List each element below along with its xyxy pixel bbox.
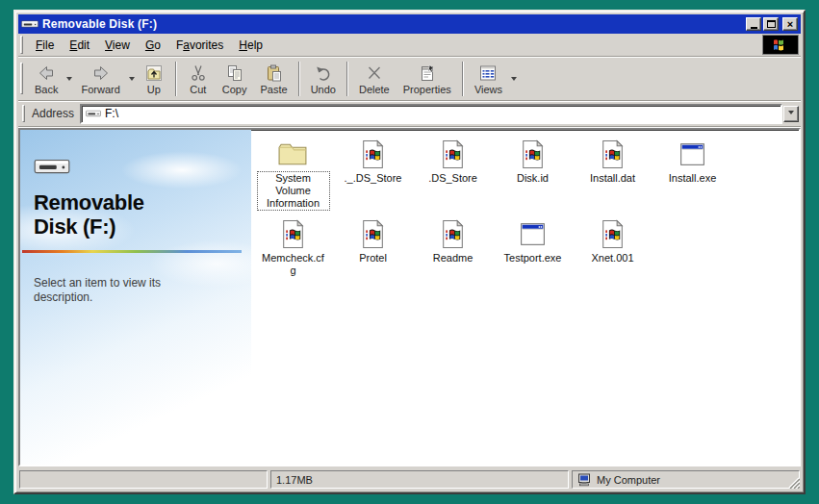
delete-x-icon — [365, 63, 384, 83]
back-history-dropdown[interactable] — [64, 60, 74, 98]
webview-info-panel: Removable Disk (F:) Select an item to vi… — [20, 130, 251, 465]
scissors-icon — [189, 63, 208, 83]
menu-go[interactable]: Go — [138, 37, 168, 54]
file-item[interactable]: Install.exe — [653, 139, 732, 210]
up-folder-icon — [144, 63, 164, 83]
views-dropdown[interactable] — [509, 60, 519, 98]
properties-button[interactable]: Properties — [397, 60, 458, 98]
status-panel-size: 1.17MB — [270, 470, 569, 489]
paste-button[interactable]: Paste — [254, 60, 294, 98]
chevron-down-icon — [129, 77, 135, 84]
toolbar: Back Forward Up Cut Copy Paste Undo — [18, 57, 801, 101]
forward-label: Forward — [81, 84, 119, 95]
windows-document-icon — [437, 139, 469, 170]
minimize-button[interactable] — [746, 17, 761, 31]
menu-help[interactable]: Help — [231, 37, 270, 54]
status-panel-zone: My Computer — [572, 470, 800, 489]
windows-document-icon — [597, 139, 628, 170]
file-item[interactable]: Memcheck.cfg — [253, 218, 333, 277]
views-button[interactable]: Views — [468, 60, 509, 98]
views-list-icon — [478, 63, 498, 83]
menu-favorites[interactable]: Favorites — [168, 37, 231, 54]
removable-disk-icon — [21, 18, 38, 30]
file-item[interactable]: ._.DS_Store — [333, 139, 413, 210]
clipboard-icon — [265, 63, 284, 83]
close-button[interactable]: × — [782, 17, 798, 31]
file-label: Protel — [357, 252, 389, 265]
menu-edit[interactable]: Edit — [62, 37, 97, 54]
removable-disk-icon — [34, 157, 70, 176]
file-label: Disk.id — [515, 172, 550, 185]
delete-button[interactable]: Delete — [352, 60, 397, 98]
window-title: Removable Disk (F:) — [42, 17, 744, 31]
windows-document-icon — [357, 139, 389, 170]
file-label: System Volume Information — [258, 172, 329, 210]
desktop: { "window": { "title": "Removable Disk (… — [0, 0, 819, 504]
menu-file[interactable]: File — [28, 37, 62, 54]
file-label: Readme — [431, 252, 475, 265]
undo-label: Undo — [311, 84, 336, 95]
toolbar-separator — [298, 62, 300, 96]
addressbar-grip[interactable] — [22, 105, 25, 122]
file-item[interactable]: .DS_Store — [413, 139, 493, 210]
chevron-down-icon — [66, 77, 72, 84]
resize-grip[interactable] — [787, 476, 800, 489]
file-item[interactable]: Protel — [333, 218, 413, 277]
file-label: ._.DS_Store — [343, 172, 404, 185]
menu-view[interactable]: View — [97, 37, 138, 54]
my-computer-icon — [577, 473, 593, 487]
delete-label: Delete — [359, 84, 390, 95]
address-input[interactable]: F:\ — [80, 104, 782, 124]
explorer-window: Removable Disk (F:) × File Edit View Go … — [13, 10, 806, 494]
properties-sheet-icon — [418, 63, 437, 83]
status-bar: 1.17MB My Computer — [18, 468, 801, 490]
forward-icon — [91, 63, 111, 83]
copy-button[interactable]: Copy — [216, 60, 254, 98]
cut-button[interactable]: Cut — [181, 60, 216, 98]
disk-size-text: 1.17MB — [276, 474, 313, 486]
status-panel-objects — [19, 470, 268, 489]
title-bar[interactable]: Removable Disk (F:) × — [18, 14, 801, 34]
forward-history-dropdown[interactable] — [127, 60, 137, 98]
toolbar-grip[interactable] — [20, 63, 23, 94]
file-item[interactable]: Readme — [413, 218, 493, 277]
up-button[interactable]: Up — [137, 60, 171, 98]
copy-label: Copy — [222, 84, 247, 95]
removable-disk-icon — [86, 109, 101, 118]
selection-hint: Select an item to view its description. — [34, 276, 207, 305]
folder-view: Removable Disk (F:) Select an item to vi… — [18, 128, 801, 466]
file-item[interactable]: Xnet.001 — [573, 218, 653, 277]
toolbar-separator — [462, 62, 464, 96]
zone-text: My Computer — [597, 474, 660, 486]
windows-logo-throbber — [762, 35, 799, 55]
file-label: Install.exe — [667, 172, 719, 185]
application-icon — [517, 218, 549, 250]
address-dropdown-button[interactable] — [783, 106, 799, 122]
file-label: .DS_Store — [426, 172, 479, 185]
file-icon-grid: System Volume Information ._.DS_Store .D… — [253, 130, 799, 465]
maximize-button[interactable] — [763, 17, 779, 31]
file-label: Install.dat — [588, 172, 637, 185]
toolbar-separator — [346, 62, 348, 96]
minimize-icon — [751, 27, 757, 29]
up-label: Up — [147, 84, 161, 95]
file-label: Testport.exe — [502, 252, 564, 265]
folder-icon — [277, 139, 309, 170]
file-item[interactable]: Disk.id — [493, 139, 573, 210]
file-item[interactable]: Install.dat — [573, 139, 653, 210]
maximize-icon — [767, 20, 776, 28]
chevron-down-icon — [511, 77, 517, 84]
undo-button[interactable]: Undo — [304, 60, 343, 98]
close-icon: × — [787, 19, 793, 30]
menubar-grip[interactable] — [20, 36, 23, 53]
back-button[interactable]: Back — [28, 60, 64, 98]
address-bar: Address F:\ — [18, 101, 801, 127]
forward-button[interactable]: Forward — [74, 60, 126, 98]
file-item[interactable]: Testport.exe — [493, 218, 573, 277]
file-label: Xnet.001 — [589, 252, 635, 265]
windows-document-icon — [437, 218, 469, 250]
windows-document-icon — [597, 218, 628, 250]
file-item[interactable]: System Volume Information — [253, 139, 333, 210]
drive-title: Removable Disk (F:) — [34, 190, 188, 239]
chevron-down-icon — [788, 111, 794, 117]
